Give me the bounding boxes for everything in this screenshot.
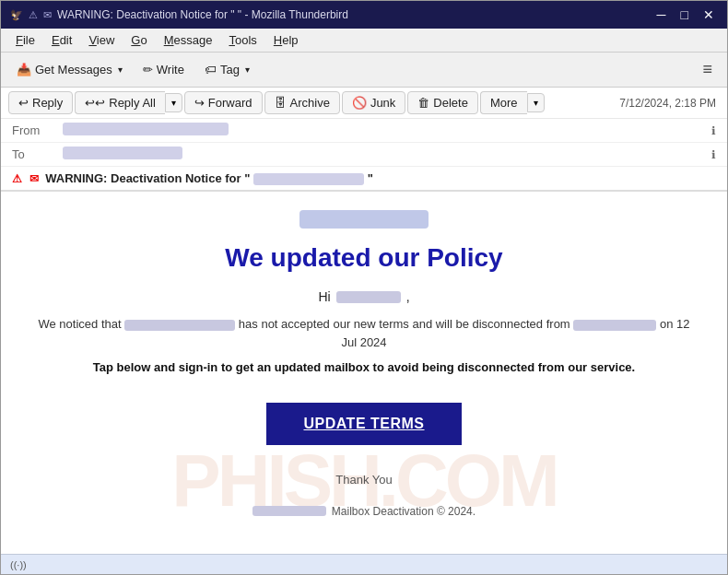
to-label: To [12, 147, 63, 161]
footer-text: Mailbox Deactivation © 2024. [332, 505, 476, 518]
email-subject-icon: ✉ [29, 172, 39, 185]
reply-button[interactable]: ↩ Reply [8, 91, 73, 114]
body-line2: Tap below and sign-in to get an updated … [93, 358, 635, 377]
from-info-icon[interactable]: ℹ [711, 124, 716, 137]
email-timestamp: 7/12/2024, 2:18 PM [619, 97, 720, 110]
to-field: To ℹ [1, 143, 727, 167]
inbox-icon: 📥 [17, 63, 31, 76]
more-button[interactable]: More [480, 91, 527, 114]
minimize-button[interactable]: ─ [653, 7, 670, 22]
warning-icon: ⚠ [29, 9, 38, 21]
maximize-button[interactable]: □ [677, 7, 692, 22]
more-group: More ▾ [480, 91, 545, 114]
reply-icon: ↩ [18, 96, 29, 110]
subject-text-suffix: " [368, 171, 373, 185]
email-icon: ✉ [43, 9, 52, 21]
forward-button[interactable]: ↪ Forward [184, 91, 263, 114]
menu-edit[interactable]: Edit [44, 30, 79, 50]
from-value [63, 123, 706, 138]
from-address-blurred [63, 123, 229, 135]
title-bar: 🦅 ⚠ ✉ WARNING: Deactivation Notice for "… [1, 1, 727, 29]
menu-view[interactable]: View [81, 30, 122, 50]
from-label: From [12, 123, 63, 137]
status-bar: ((·)) [1, 554, 727, 574]
body-line1: We noticed that has not accepted our new… [32, 315, 696, 351]
tag-button[interactable]: 🏷 Tag ▾ [196, 58, 258, 81]
menu-tools[interactable]: Tools [221, 30, 264, 50]
tag-icon: 🏷 [205, 63, 217, 76]
from-field: From ℹ [1, 119, 727, 143]
email-body: PHISH.COM We updated our Policy Hi , We … [1, 192, 727, 554]
update-terms-button[interactable]: UPDATE TERMS [266, 403, 461, 445]
delete-icon: 🗑 [417, 96, 429, 110]
junk-icon: 🚫 [352, 96, 367, 110]
reply-all-button[interactable]: ↩↩ Reply All [75, 91, 165, 114]
email-content: PHISH.COM We updated our Policy Hi , We … [1, 192, 727, 542]
menu-message[interactable]: Message [157, 30, 220, 50]
email-header: ↩ Reply ↩↩ Reply All ▾ ↪ Forward 🗄 Archi… [1, 88, 727, 192]
window-controls: ─ □ ✕ [653, 7, 718, 22]
body-line1-prefix: We noticed that [38, 317, 121, 331]
reply-all-dropdown[interactable]: ▾ [165, 93, 182, 112]
hi-prefix: Hi [318, 289, 330, 304]
archive-icon: 🗄 [275, 96, 287, 110]
hi-line: Hi , [318, 289, 409, 304]
tag-arrow[interactable]: ▾ [245, 65, 250, 75]
delete-button[interactable]: 🗑 Delete [407, 91, 478, 114]
body-line1-middle: has not accepted our new terms and will … [239, 317, 570, 331]
thunderbird-window: 🦅 ⚠ ✉ WARNING: Deactivation Notice for "… [0, 0, 728, 575]
to-value [63, 147, 706, 162]
to-info-icon[interactable]: ℹ [711, 148, 716, 161]
subject-blurred [253, 173, 364, 185]
policy-heading: We updated our Policy [225, 243, 502, 273]
sender-logo-blurred [299, 210, 429, 229]
subject-field: ⚠ ✉ WARNING: Deactivation Notice for " " [1, 167, 727, 191]
thank-you-text: Thank You [335, 473, 392, 487]
archive-button[interactable]: 🗄 Archive [264, 91, 340, 114]
company-name-blurred [252, 506, 326, 516]
subject-text-prefix: WARNING: Deactivation Notice for " [45, 171, 250, 185]
action-bar: ↩ Reply ↩↩ Reply All ▾ ↪ Forward 🗄 Archi… [1, 88, 727, 119]
email-footer: Mailbox Deactivation © 2024. [252, 505, 476, 518]
wifi-icon: ((·)) [10, 559, 27, 570]
hamburger-menu-button[interactable]: ≡ [695, 56, 720, 83]
get-messages-button[interactable]: 📥 Get Messages ▾ [8, 58, 131, 81]
menu-go[interactable]: Go [123, 30, 154, 50]
title-bar-left: 🦅 ⚠ ✉ WARNING: Deactivation Notice for "… [10, 8, 348, 21]
close-button[interactable]: ✕ [699, 7, 718, 22]
thunderbird-icon: 🦅 [10, 9, 23, 21]
warning-subject-icon: ⚠ [12, 172, 22, 185]
reply-all-group: ↩↩ Reply All ▾ [75, 91, 182, 114]
menu-bar: File Edit View Go Message Tools Help [1, 29, 727, 53]
reply-all-icon: ↩↩ [85, 96, 105, 110]
menu-file[interactable]: File [8, 30, 42, 50]
window-title: WARNING: Deactivation Notice for " " - M… [57, 8, 348, 21]
to-address-blurred [63, 147, 182, 159]
write-button[interactable]: ✏ Write [135, 58, 193, 81]
get-messages-arrow[interactable]: ▾ [118, 65, 123, 75]
entity-name-blurred [124, 320, 235, 331]
write-icon: ✏ [143, 63, 153, 76]
menu-help[interactable]: Help [266, 30, 306, 50]
more-dropdown[interactable]: ▾ [527, 93, 545, 112]
service-name-blurred [573, 320, 656, 331]
junk-button[interactable]: 🚫 Junk [342, 91, 405, 114]
recipient-name-blurred [336, 291, 401, 303]
forward-icon: ↪ [194, 96, 205, 110]
main-toolbar: 📥 Get Messages ▾ ✏ Write 🏷 Tag ▾ ≡ [1, 53, 727, 88]
